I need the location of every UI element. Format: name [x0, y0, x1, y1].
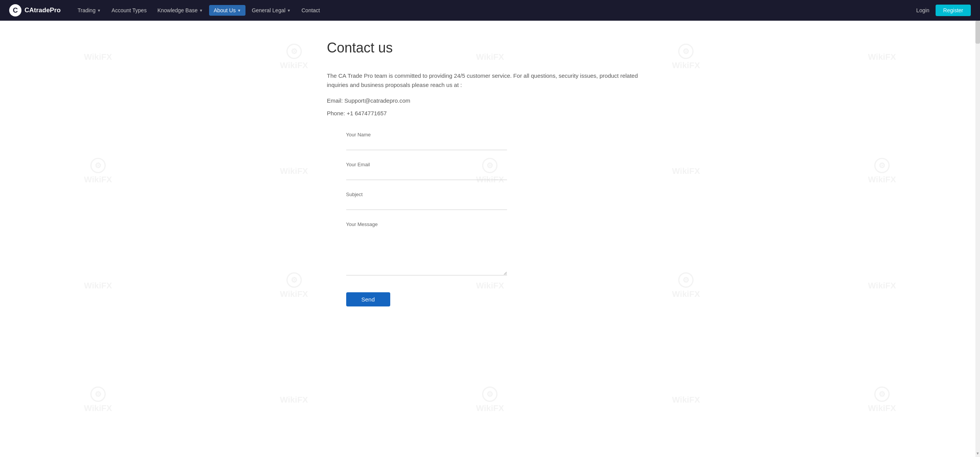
phone-value: +1 6474771657: [347, 110, 387, 116]
email-field-group: Your Email: [346, 162, 507, 180]
chevron-down-icon: ▼: [287, 8, 291, 13]
message-textarea[interactable]: [346, 229, 507, 275]
email-input[interactable]: [346, 170, 507, 180]
name-input[interactable]: [346, 140, 507, 150]
name-field-group: Your Name: [346, 132, 507, 150]
email-field-label: Your Email: [346, 162, 507, 167]
nav-item-account-types[interactable]: Account Types: [107, 5, 151, 16]
message-field-group: Your Message: [346, 221, 507, 277]
nav-item-contact[interactable]: Contact: [297, 5, 324, 16]
chevron-down-icon: ▼: [237, 8, 241, 13]
subject-label: Subject: [346, 192, 507, 197]
send-button[interactable]: Send: [346, 292, 390, 306]
message-label: Your Message: [346, 221, 507, 227]
watermark-cell: ⚙ WikiFX: [0, 114, 196, 228]
nav-links: Trading ▼ Account Types Knowledge Base ▼…: [73, 5, 916, 16]
chevron-down-icon: ▼: [97, 8, 101, 13]
scroll-thumb[interactable]: [975, 21, 980, 44]
subject-input[interactable]: [346, 200, 507, 210]
navbar: C CAtradePro Trading ▼ Account Types Kno…: [0, 0, 980, 21]
chevron-down-icon: ▼: [199, 8, 203, 13]
contact-email: Email: Support@catradepro.com: [327, 97, 653, 104]
nav-item-knowledge-base[interactable]: Knowledge Base ▼: [153, 5, 208, 16]
email-value: Support@catradepro.com: [344, 97, 410, 104]
nav-right: Login Register: [916, 5, 971, 16]
watermark-cell: ⚙ WikiFX: [784, 114, 980, 228]
watermark-cell: WikiFX: [0, 229, 196, 337]
logo-icon: C: [9, 4, 21, 16]
nav-logo[interactable]: C CAtradePro: [9, 4, 61, 16]
nav-item-trading[interactable]: Trading ▼: [73, 5, 105, 16]
phone-label: Phone:: [327, 110, 345, 116]
email-label: Email:: [327, 97, 343, 104]
main-content: Contact us The CA Trade Pro team is comm…: [318, 21, 663, 337]
contact-form: Your Name Your Email Subject Your Messag…: [346, 132, 507, 306]
contact-description: The CA Trade Pro team is committed to pr…: [327, 71, 653, 90]
nav-item-general-legal[interactable]: General Legal ▼: [247, 5, 295, 16]
watermark-cell: WikiFX: [784, 229, 980, 337]
subject-field-group: Subject: [346, 192, 507, 210]
nav-item-about-us[interactable]: About Us ▼: [209, 5, 246, 16]
register-button[interactable]: Register: [936, 5, 971, 16]
scrollbar[interactable]: ▼: [975, 21, 980, 337]
brand-name: CAtradePro: [25, 7, 61, 14]
page-title: Contact us: [327, 40, 653, 56]
name-label: Your Name: [346, 132, 507, 138]
login-button[interactable]: Login: [916, 7, 929, 13]
contact-phone: Phone: +1 6474771657: [327, 110, 653, 116]
